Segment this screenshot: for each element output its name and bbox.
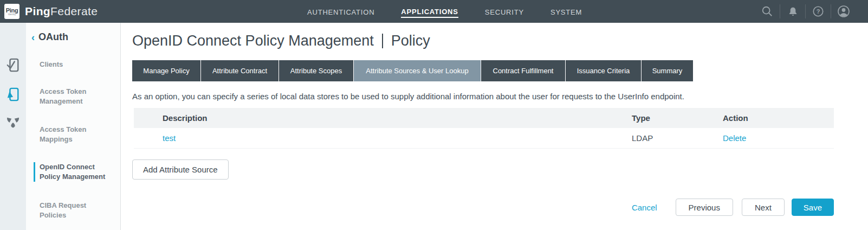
delete-link[interactable]: Delete (723, 133, 746, 143)
column-header-type: Type (632, 113, 723, 123)
nav-security[interactable]: SECURITY (485, 6, 524, 17)
tab-issuance-criteria[interactable]: Issuance Criteria (566, 60, 641, 81)
sidebar-icon-rail (0, 23, 26, 230)
table-header-row: Description Type Action (134, 108, 834, 128)
clients-icon[interactable] (0, 54, 26, 76)
tab-attribute-contract[interactable]: Attribute Contract (201, 60, 278, 81)
wizard-tabs: Manage Policy Attribute Contract Attribu… (132, 60, 693, 81)
tab-attribute-scopes[interactable]: Attribute Scopes (279, 60, 353, 81)
column-header-description: Description (134, 113, 632, 123)
title-separator (382, 34, 383, 48)
top-header: Ping Identity PingFederate AUTHENTICATIO… (0, 0, 868, 23)
save-button[interactable]: Save (792, 199, 834, 216)
table-row: test LDAP Delete (134, 128, 834, 149)
tab-attribute-sources-user-lookup[interactable]: Attribute Sources & User Lookup (354, 60, 481, 81)
back-icon: ‹ (31, 33, 35, 42)
sidebar-item-clients[interactable]: Clients (40, 60, 111, 69)
sidebar-section-title: OAuth (38, 31, 68, 43)
help-icon[interactable]: ? (806, 0, 831, 23)
sidebar-back-oauth[interactable]: ‹ OAuth (31, 31, 68, 43)
attribute-source-type: LDAP (632, 133, 723, 143)
nav-system[interactable]: SYSTEM (550, 6, 582, 17)
attribute-source-link[interactable]: test (163, 133, 176, 143)
page-description: As an option, you can specify a series o… (132, 92, 834, 101)
nav-applications[interactable]: APPLICATIONS (401, 5, 458, 18)
tab-manage-policy[interactable]: Manage Policy (132, 60, 200, 81)
page-title-main: OpenID Connect Policy Management (132, 33, 374, 49)
cancel-link[interactable]: Cancel (632, 203, 657, 212)
search-icon[interactable] (755, 0, 780, 23)
sidebar-item-openid-connect-policy-management[interactable]: OpenID Connect Policy Management (34, 162, 111, 182)
sidebar: ‹ OAuth Clients Access Token Management … (26, 23, 121, 230)
sidebar-item-access-token-mappings[interactable]: Access Token Mappings (40, 125, 111, 144)
main-content: OpenID Connect Policy Management Policy … (132, 23, 834, 230)
top-navigation: AUTHENTICATION APPLICATIONS SECURITY SYS… (307, 0, 582, 23)
notifications-icon[interactable] (780, 0, 805, 23)
product-title-light: Federate (50, 5, 98, 18)
product-title: PingFederate (25, 0, 98, 23)
header-icon-group: ? (755, 0, 856, 23)
ping-logo[interactable]: Ping Identity (4, 4, 20, 19)
column-header-action: Action (723, 113, 834, 123)
page-title-sub: Policy (391, 33, 430, 49)
next-button[interactable]: Next (742, 199, 785, 216)
attribute-sources-table: Description Type Action test LDAP Delete (134, 108, 834, 149)
sidebar-item-ciba-request-policies[interactable]: CIBA Request Policies (40, 201, 111, 220)
access-token-mappings-icon[interactable] (0, 112, 26, 134)
previous-button[interactable]: Previous (676, 199, 733, 216)
product-title-bold: Ping (25, 5, 50, 18)
tab-summary[interactable]: Summary (642, 60, 693, 81)
pingfederate-app: Ping Identity PingFederate AUTHENTICATIO… (0, 0, 868, 230)
page-title: OpenID Connect Policy Management Policy (132, 33, 430, 49)
ping-logo-text: Ping (6, 8, 18, 13)
add-attribute-source-button[interactable]: Add Attribute Source (132, 159, 229, 180)
account-icon[interactable] (831, 0, 856, 23)
footer-actions: Cancel Previous Next Save (632, 199, 834, 216)
svg-text:?: ? (817, 8, 820, 15)
sidebar-item-access-token-management[interactable]: Access Token Management (40, 87, 111, 106)
nav-authentication[interactable]: AUTHENTICATION (307, 6, 374, 17)
access-token-management-icon[interactable] (0, 84, 26, 105)
ping-logo-subtext: Identity (8, 13, 16, 16)
tab-contract-fulfillment[interactable]: Contract Fulfillment (481, 60, 565, 81)
